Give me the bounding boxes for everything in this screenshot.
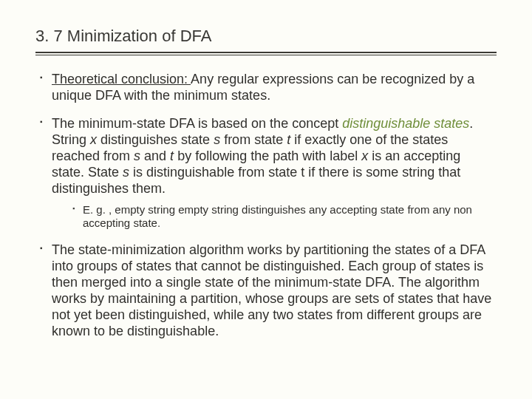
b2-p3: distinguishes state [97,132,214,147]
b2-p1: The minimum-state DFA is based on the co… [52,116,342,131]
b2-p4: from state [220,132,287,147]
bullet-2-sub-1: E. g. , empty string empty string distin… [72,203,497,231]
b2-x1: x [90,132,97,147]
bullet-2-sublist: E. g. , empty string empty string distin… [52,203,497,231]
slide: 3. 7 Minimization of DFA Theoretical con… [0,0,532,366]
bullet-1-lead: Theoretical conclusion: [52,72,191,86]
divider-line-top [35,52,497,53]
b2-s2: s [134,149,140,163]
b2-s1: s [214,132,220,147]
title-divider [35,52,497,55]
b2-p6: and [140,149,170,163]
bullet-3: The state-minimization algorithm works b… [40,242,497,340]
bullet-2: The minimum-state DFA is based on the co… [40,116,497,231]
divider-line-bottom [35,55,497,55]
bullet-list: Theoretical conclusion: Any regular expr… [35,72,497,340]
b2-term: distinguishable states [342,116,469,131]
b2-p7: by following the path with label [174,149,361,163]
b2-s3: s [123,165,129,180]
bullet-1: Theoretical conclusion: Any regular expr… [40,72,497,104]
b2-x2: x [361,149,368,163]
slide-title: 3. 7 Minimization of DFA [35,27,497,50]
